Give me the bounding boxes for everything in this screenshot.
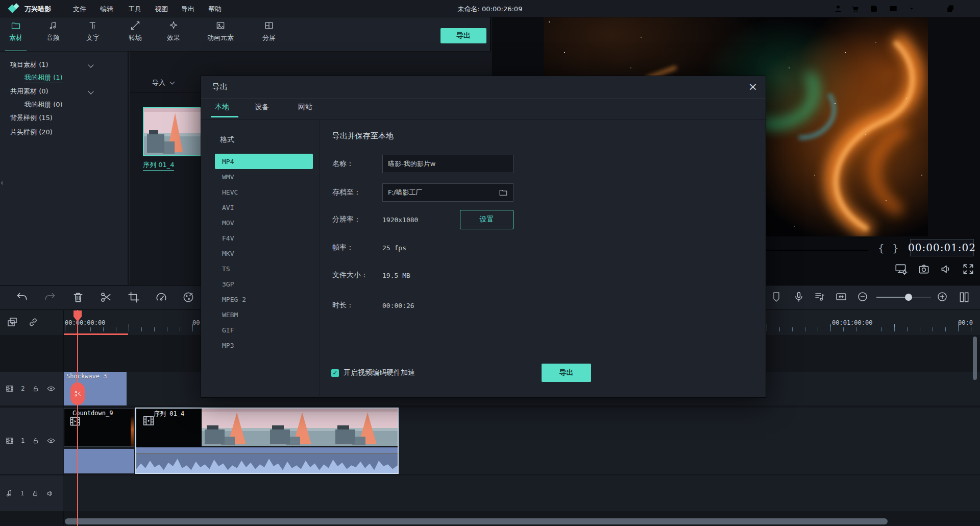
add-media-track-icon[interactable]	[6, 316, 18, 328]
lock-icon[interactable]	[32, 385, 40, 393]
dual-pane-icon[interactable]	[958, 291, 971, 304]
mail-icon[interactable]	[888, 4, 898, 14]
browse-folder-icon[interactable]	[499, 188, 508, 197]
tab-text[interactable]: 文字	[81, 20, 105, 50]
format-option-mpeg2[interactable]: MPEG-2	[215, 292, 313, 307]
format-option-3gp[interactable]: 3GP	[215, 276, 313, 292]
record-voiceover-icon[interactable]	[793, 291, 805, 303]
cut-icon[interactable]	[99, 291, 112, 304]
speed-icon[interactable]	[155, 291, 168, 304]
close-window-icon[interactable]	[964, 4, 974, 14]
active-tab-underline	[211, 116, 238, 117]
menu-help[interactable]: 帮助	[208, 5, 222, 14]
volume-icon[interactable]	[940, 262, 953, 276]
tab-elements[interactable]: 动画元素	[203, 20, 238, 50]
fullscreen-icon[interactable]	[962, 262, 975, 276]
framerate-label: 帧率 :	[332, 243, 351, 252]
lock-icon[interactable]	[32, 437, 40, 445]
dialog-tab-device[interactable]: 设备	[255, 103, 269, 112]
format-option-hevc[interactable]: HEVC	[215, 184, 313, 200]
crop-icon[interactable]	[127, 291, 140, 304]
sidebar-item-project-media[interactable]: 项目素材 (1)	[0, 58, 129, 71]
timeline-horizontal-scrollbar[interactable]	[65, 518, 888, 524]
preview-timecode[interactable]: 00:00:01:02	[910, 239, 974, 256]
format-option-gif[interactable]: GIF	[215, 322, 313, 338]
zoom-slider[interactable]	[876, 297, 930, 298]
zoom-slider-handle[interactable]	[905, 294, 912, 301]
eye-icon[interactable]	[46, 384, 56, 393]
name-field[interactable]	[382, 155, 513, 173]
zoom-out-icon[interactable]	[856, 291, 869, 303]
chevron-down-icon[interactable]	[88, 62, 93, 67]
format-option-webm[interactable]: WEBM	[215, 307, 313, 322]
format-option-mov[interactable]: MOV	[215, 215, 313, 230]
resolution-value: 1920x1080	[382, 216, 418, 224]
dialog-tab-web[interactable]: 网站	[298, 103, 312, 112]
format-option-ts[interactable]: TS	[215, 261, 313, 276]
export-button[interactable]: 导出	[440, 28, 486, 43]
menu-edit[interactable]: 编辑	[100, 5, 113, 14]
link-clips-icon[interactable]	[28, 317, 39, 328]
fit-timeline-icon[interactable]	[835, 291, 847, 303]
format-option-wmv[interactable]: WMV	[215, 169, 313, 184]
sidebar-item-my-album-0[interactable]: 我的相册 (0)	[0, 98, 129, 111]
media-item-thumbnail[interactable]	[143, 107, 203, 156]
clip-label: 序列 01_4	[154, 410, 184, 418]
download-icon[interactable]	[906, 4, 917, 14]
restore-window-icon[interactable]	[945, 4, 955, 14]
menu-tools[interactable]: 工具	[128, 5, 141, 14]
zoom-in-icon[interactable]	[936, 291, 948, 303]
sidebar-item-my-album-1[interactable]: 我的相册 (1)	[0, 71, 129, 85]
mark-in-button[interactable]: {	[878, 242, 885, 254]
eye-icon[interactable]	[46, 436, 56, 445]
media-item-label[interactable]: 序列 01_4	[143, 160, 174, 171]
undo-icon[interactable]	[15, 291, 29, 304]
format-option-mp4[interactable]: MP4	[215, 154, 313, 169]
hw-accel-checkbox[interactable]: ✓	[331, 369, 339, 377]
lock-icon[interactable]	[31, 489, 39, 497]
dialog-close-icon[interactable]: ×	[746, 80, 760, 93]
chevron-down-icon[interactable]	[88, 88, 93, 94]
sidebar-item-shared-media[interactable]: 共用素材 (0)	[0, 85, 129, 98]
save-icon[interactable]	[869, 4, 879, 14]
speaker-icon[interactable]	[46, 489, 55, 498]
store-cart-icon[interactable]	[850, 4, 861, 14]
dialog-export-button[interactable]: 导出	[542, 364, 591, 382]
minimize-icon[interactable]	[926, 4, 936, 14]
tab-splitscreen[interactable]: 分屏	[257, 20, 281, 50]
delete-icon[interactable]	[71, 291, 85, 304]
format-option-f4v[interactable]: F4V	[215, 230, 313, 246]
account-icon[interactable]	[833, 4, 843, 14]
tab-effects[interactable]: 效果	[162, 20, 185, 50]
tab-transitions[interactable]: 转场	[124, 20, 147, 50]
display-settings-icon[interactable]	[894, 262, 908, 276]
clip-sequence[interactable]: 序列 01_4	[135, 408, 399, 474]
settings-button[interactable]: 设置	[460, 210, 513, 229]
subtitle-music-icon[interactable]	[814, 291, 826, 303]
format-option-mkv[interactable]: MKV	[215, 246, 313, 261]
playhead-line[interactable]	[77, 310, 78, 526]
dialog-tab-local[interactable]: 本地	[215, 103, 229, 112]
marker-icon[interactable]	[770, 291, 782, 303]
menu-view[interactable]: 视图	[155, 5, 168, 14]
tab-media[interactable]: 素材	[4, 20, 28, 50]
sidebar-item-background-samples[interactable]: 背景样例 (15)	[0, 111, 129, 125]
path-field[interactable]	[382, 183, 513, 202]
clip-countdown[interactable]: Countdown_9	[64, 408, 134, 473]
sidebar-item-intro-samples[interactable]: 片头样例 (20)	[0, 126, 129, 139]
snapshot-camera-icon[interactable]	[917, 262, 930, 276]
tab-label: 分屏	[262, 33, 276, 42]
music-note-icon	[48, 20, 58, 31]
menu-file[interactable]: 文件	[73, 5, 86, 14]
color-palette-icon[interactable]	[182, 291, 195, 304]
menu-export[interactable]: 导出	[181, 5, 194, 14]
timeline-vertical-scrollbar[interactable]	[973, 337, 977, 380]
format-option-avi[interactable]: AVI	[215, 200, 313, 215]
mark-out-button[interactable]: }	[892, 242, 899, 254]
tab-audio[interactable]: 音频	[41, 20, 65, 50]
collapse-panel-icon[interactable]: ‹	[1, 178, 4, 187]
redo-icon[interactable]	[43, 291, 57, 304]
clip-shockwave[interactable]: Shockwave 3	[64, 372, 127, 405]
format-option-mp3[interactable]: MP3	[215, 338, 313, 353]
import-dropdown[interactable]: 导入	[152, 78, 174, 87]
